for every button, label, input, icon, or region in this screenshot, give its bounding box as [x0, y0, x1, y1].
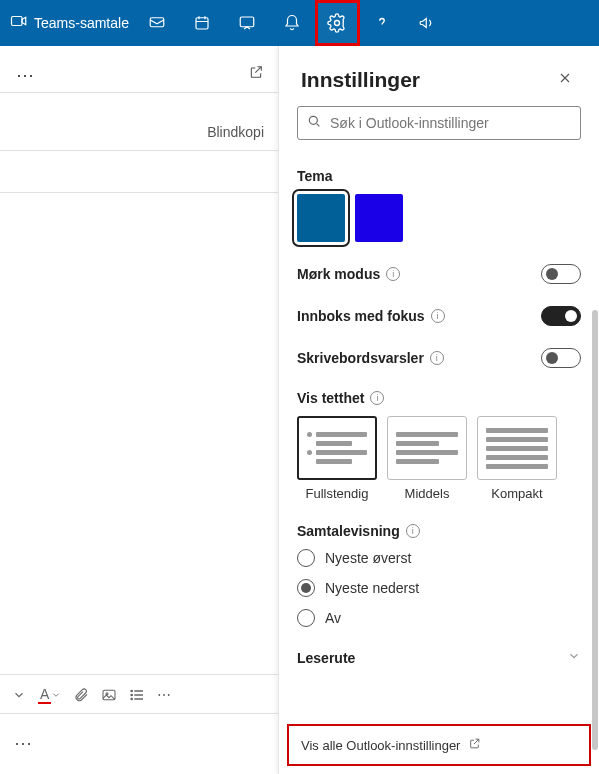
- focused-inbox-toggle[interactable]: [541, 306, 581, 326]
- theme-swatch-2[interactable]: [355, 194, 403, 242]
- settings-title: Innstillinger: [301, 68, 420, 92]
- compose-more-button[interactable]: ⋯: [16, 64, 36, 86]
- radio-off[interactable]: Av: [297, 609, 581, 627]
- settings-header: Innstillinger: [279, 46, 599, 106]
- density-header: Vis tetthet i: [297, 390, 581, 406]
- radio-newest-top[interactable]: Nyeste øverst: [297, 549, 581, 567]
- svg-rect-1: [151, 18, 165, 27]
- density-option-full[interactable]: Fullstendig: [297, 416, 377, 501]
- divider: [0, 192, 278, 193]
- dark-mode-label: Mørk modus i: [297, 266, 400, 282]
- reading-pane-label: Leserute: [297, 650, 355, 666]
- image-icon[interactable]: [101, 687, 117, 703]
- megaphone-icon[interactable]: [405, 0, 450, 46]
- desktop-notifications-toggle[interactable]: [541, 348, 581, 368]
- density-option-medium[interactable]: Middels: [387, 416, 467, 501]
- popout-icon[interactable]: [248, 64, 264, 84]
- svg-point-7: [131, 690, 132, 691]
- conversation-header: Samtalevisning i: [297, 523, 581, 539]
- density-label-full: Fullstendig: [306, 486, 369, 501]
- radio-newest-bottom[interactable]: Nyeste nederst: [297, 579, 581, 597]
- desktop-notifications-row: Skrivebordsvarsler i: [297, 348, 581, 368]
- focused-inbox-label: Innboks med fokus i: [297, 308, 445, 324]
- focused-inbox-row: Innboks med fokus i: [297, 306, 581, 326]
- compose-pane: ⋯ Blindkopi A ⋯ ⋯: [0, 46, 278, 774]
- info-icon[interactable]: i: [430, 351, 444, 365]
- divider: [0, 92, 278, 93]
- svg-point-8: [131, 694, 132, 695]
- info-icon[interactable]: i: [431, 309, 445, 323]
- help-icon[interactable]: [360, 0, 405, 46]
- settings-icon[interactable]: [315, 0, 360, 46]
- svg-rect-0: [12, 17, 23, 26]
- settings-body: Tema Mørk modus i Innboks med fokus i Sk…: [279, 148, 599, 774]
- settings-panel: Innstillinger Tema Mørk modus i: [278, 46, 599, 774]
- radio-icon: [297, 579, 315, 597]
- settings-search-input[interactable]: [330, 115, 572, 131]
- teams-call-label: Teams-samtale: [34, 15, 129, 31]
- font-color-button[interactable]: A: [38, 686, 61, 704]
- dark-mode-toggle[interactable]: [541, 264, 581, 284]
- attach-icon[interactable]: [73, 687, 89, 703]
- feedback-icon[interactable]: [225, 0, 270, 46]
- scrollbar[interactable]: [591, 310, 599, 760]
- chevron-down-icon[interactable]: [567, 649, 581, 667]
- search-icon: [306, 113, 322, 133]
- conversation-radios: Nyeste øverst Nyeste nederst Av: [297, 549, 581, 627]
- radio-icon: [297, 609, 315, 627]
- settings-search[interactable]: [297, 106, 581, 140]
- bullet-list-icon[interactable]: [129, 687, 145, 703]
- new-message-icon[interactable]: [135, 0, 180, 46]
- svg-point-9: [131, 698, 132, 699]
- topbar: Teams-samtale: [0, 0, 599, 46]
- theme-swatch-1[interactable]: [297, 194, 345, 242]
- info-icon[interactable]: i: [386, 267, 400, 281]
- density-label-medium: Middels: [405, 486, 450, 501]
- desktop-notifications-label: Skrivebordsvarsler i: [297, 350, 444, 366]
- svg-rect-2: [196, 18, 208, 29]
- toolbar-more-button[interactable]: ⋯: [157, 687, 173, 703]
- info-icon[interactable]: i: [370, 391, 384, 405]
- density-chooser: Fullstendig Middels K: [297, 416, 581, 501]
- svg-rect-3: [241, 17, 255, 27]
- compose-footer-more[interactable]: ⋯: [14, 732, 34, 754]
- settings-search-wrap: [279, 106, 599, 148]
- theme-label: Tema: [297, 168, 581, 184]
- svg-point-10: [309, 116, 317, 124]
- density-option-compact[interactable]: Kompakt: [477, 416, 557, 501]
- popout-icon: [468, 736, 481, 754]
- close-icon[interactable]: [553, 66, 577, 94]
- svg-point-4: [335, 21, 340, 26]
- chevron-down-icon[interactable]: [12, 688, 26, 702]
- view-all-settings-link[interactable]: Vis alle Outlook-innstillinger: [287, 724, 591, 766]
- format-toolbar: A ⋯: [0, 674, 278, 714]
- calendar-icon[interactable]: [180, 0, 225, 46]
- teams-call-button[interactable]: Teams-samtale: [4, 12, 135, 34]
- camera-icon: [10, 12, 28, 34]
- notifications-icon[interactable]: [270, 0, 315, 46]
- bcc-link[interactable]: Blindkopi: [207, 124, 264, 140]
- info-icon[interactable]: i: [406, 524, 420, 538]
- radio-icon: [297, 549, 315, 567]
- divider: [0, 150, 278, 151]
- dark-mode-row: Mørk modus i: [297, 264, 581, 284]
- theme-chooser: [297, 194, 581, 242]
- density-label-compact: Kompakt: [491, 486, 542, 501]
